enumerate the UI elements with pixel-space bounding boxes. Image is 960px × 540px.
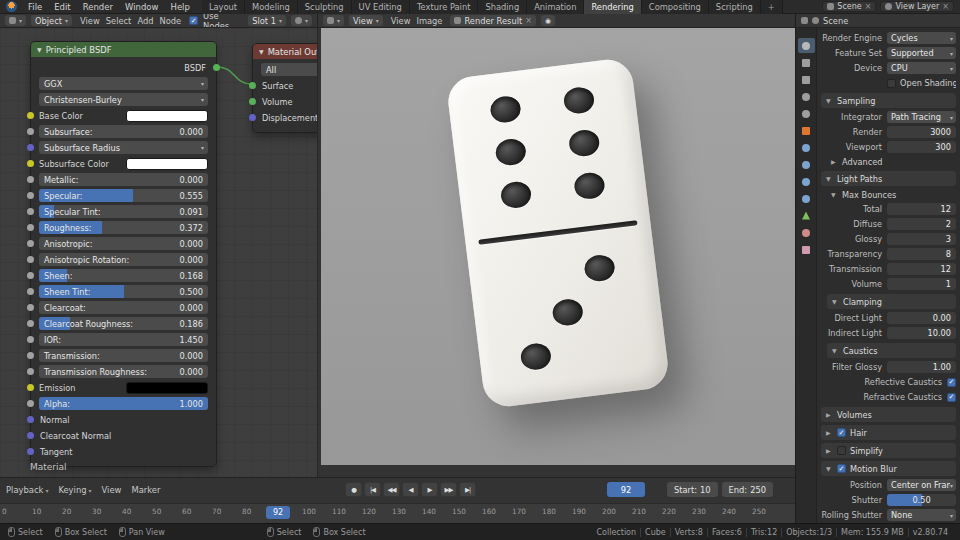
section-clamping[interactable]: ▼ Clamping (827, 294, 956, 309)
material-output-node[interactable]: ▼ Material Out All ▾ (252, 43, 318, 133)
node-socket[interactable] (27, 192, 34, 199)
node-socket[interactable] (249, 98, 256, 105)
workspace-tab[interactable]: Sculpting (298, 0, 352, 14)
dropdown[interactable]: Subsurface Radius ▾ (39, 141, 208, 154)
tab-world[interactable] (798, 106, 815, 121)
node-input-row[interactable]: Anisotropic: 0.000 Anisotropic: ▾ Anisot… (39, 237, 208, 250)
shader-node-editor[interactable]: ▼ Principled BSDF BSDF (0, 28, 318, 477)
value-slider[interactable]: Alpha: 1.000 (39, 397, 208, 410)
shader-type-dropdown[interactable]: Object ▾ (31, 15, 72, 26)
node-input-row[interactable]: Tangent Tangent ▾ Tangent (39, 445, 208, 458)
node-input-row[interactable]: Surface (261, 79, 318, 92)
node-socket[interactable] (27, 256, 34, 263)
reflective-caustics-checkbox[interactable] (947, 378, 956, 387)
slot-dropdown[interactable]: Slot 1 ▾ (248, 15, 286, 26)
current-frame-field[interactable]: 92 (607, 482, 645, 497)
number-field[interactable]: 3 (887, 233, 956, 245)
section-hair[interactable]: ▶ Hair (821, 425, 956, 440)
number-field[interactable]: 10.00 (887, 327, 956, 339)
section-caustics[interactable]: ▼ Caustics (827, 343, 956, 358)
node-header[interactable]: ▼ Principled BSDF (31, 42, 216, 57)
node-socket[interactable] (27, 320, 34, 327)
value-slider[interactable]: Transmission: 0.000 (39, 349, 208, 362)
node-input-row[interactable]: Displacement (261, 111, 318, 124)
value-slider[interactable]: IOR: 1.450 (39, 333, 208, 346)
node-socket[interactable] (27, 336, 34, 343)
value-slider[interactable]: Roughness: 0.372 (39, 221, 208, 234)
node-socket[interactable] (27, 96, 34, 103)
shutter-slider[interactable]: 0.50 (887, 494, 956, 506)
tab-scene[interactable] (798, 89, 815, 104)
dropdown[interactable]: CPU ▾ (887, 62, 956, 74)
menu-item[interactable]: View (77, 16, 103, 26)
tab-material[interactable] (798, 225, 815, 240)
integrator-dropdown[interactable]: Path Tracing ▾ (887, 111, 956, 123)
workspace-tab[interactable]: UV Editing (352, 0, 410, 14)
bsdf-output-socket[interactable] (213, 64, 220, 71)
image-selector[interactable]: Render Result × (450, 15, 536, 26)
number-field[interactable]: 2 (887, 218, 956, 230)
transport-button[interactable]: ▶ (421, 482, 438, 497)
node-input-row[interactable]: GGX GGX ▾ GGX (39, 77, 208, 90)
view-layer-selector[interactable]: View Layer × (880, 1, 954, 12)
filter-glossy-field[interactable]: 1.00 (887, 361, 956, 373)
close-icon[interactable]: × (865, 3, 872, 11)
node-socket[interactable] (27, 288, 34, 295)
menu-item[interactable]: Select (103, 16, 135, 26)
node-socket[interactable] (27, 80, 34, 87)
refractive-caustics-checkbox[interactable] (947, 393, 956, 402)
color-swatch[interactable] (126, 110, 208, 122)
node-input-row[interactable]: Base Color Base Color ▾ Base Color (39, 109, 208, 122)
target-dropdown[interactable]: All ▾ (261, 63, 318, 76)
node-input-row[interactable]: Subsurface: 0.000 Subsurface: ▾ Subsurfa… (39, 125, 208, 138)
menu-item[interactable]: File (22, 0, 48, 14)
workspace-tab[interactable]: Rendering (584, 0, 641, 14)
tab-render[interactable] (798, 38, 815, 53)
timeline-menu[interactable]: Keying ▾ (58, 485, 91, 495)
workspace-tab[interactable]: Compositing (642, 0, 709, 14)
collapse-triangle-icon[interactable]: ▼ (259, 48, 264, 55)
frame-start-field[interactable]: Start: 10 (667, 482, 718, 497)
node-input-row[interactable]: Transmission: 0.000 Transmission: ▾ Tran… (39, 349, 208, 362)
value-slider[interactable]: Metallic: 0.000 (39, 173, 208, 186)
node-input-row[interactable]: Alpha: 1.000 Alpha: ▾ Alpha: (39, 397, 208, 410)
value-slider[interactable]: Specular: 0.555 (39, 189, 208, 202)
node-input-row[interactable]: Metallic: 0.000 Metallic: ▾ Metallic: (39, 173, 208, 186)
editor-type-button[interactable]: ▾ (323, 15, 344, 26)
menu-item[interactable]: Edit (48, 0, 76, 14)
hair-checkbox[interactable] (837, 428, 846, 437)
tab-object-data[interactable] (798, 208, 815, 223)
value-slider[interactable]: Subsurface: 0.000 (39, 125, 208, 138)
display-mode-dropdown[interactable]: View ▾ (349, 15, 383, 26)
node-input-row[interactable]: Subsurface Radius Subsurface Radius ▾ Su… (39, 141, 208, 154)
dropdown[interactable]: GGX ▾ (39, 77, 208, 90)
rolling-shutter-dropdown[interactable]: None ▾ (887, 509, 956, 521)
motion-blur-checkbox[interactable] (837, 464, 846, 473)
value-slider[interactable]: Anisotropic Rotation: 0.000 (39, 253, 208, 266)
section-simplify[interactable]: ▶ Simplify (821, 443, 956, 458)
node-socket[interactable] (27, 176, 34, 183)
section-max-bounces[interactable]: ▼ Max Bounces (821, 188, 956, 201)
value-slider[interactable]: Clearcoat Roughness: 0.186 (39, 317, 208, 330)
number-field[interactable]: 12 (887, 203, 956, 215)
color-swatch[interactable] (126, 158, 208, 170)
node-socket[interactable] (27, 144, 34, 151)
timeline-menu[interactable]: Playback ▾ (6, 485, 48, 495)
add-workspace-button[interactable]: + (761, 0, 783, 14)
workspace-tab[interactable]: Animation (527, 0, 584, 14)
node-socket[interactable] (27, 224, 34, 231)
node-socket[interactable] (27, 400, 34, 407)
timeline-menu[interactable]: View ▾ (102, 485, 122, 495)
workspace-tab[interactable]: Scripting (709, 0, 761, 14)
node-input-row[interactable]: Volume (261, 95, 318, 108)
section-sampling[interactable]: ▼ Sampling (821, 93, 956, 108)
node-socket[interactable] (249, 82, 256, 89)
node-socket[interactable] (27, 448, 34, 455)
transport-button[interactable]: ● (345, 482, 362, 497)
section-advanced[interactable]: ▶ Advanced (821, 155, 956, 168)
timeline-ruler[interactable]: 0102030405060708090100110120130140150160… (0, 503, 795, 523)
node-socket[interactable] (27, 352, 34, 359)
properties-editor-icon[interactable] (801, 17, 808, 24)
tab-particles[interactable] (798, 157, 815, 172)
node-input-row[interactable]: Normal Normal ▾ Normal (39, 413, 208, 426)
